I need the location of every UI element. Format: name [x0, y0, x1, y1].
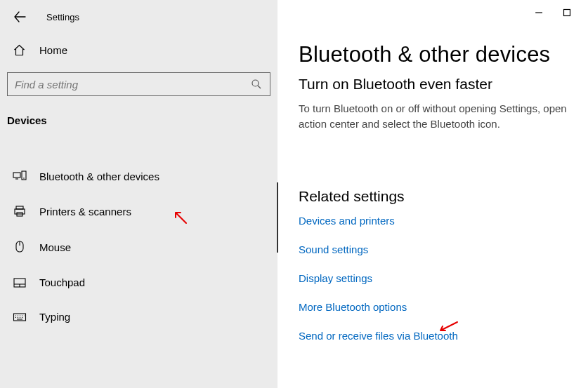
nav-item-typing[interactable]: Typing	[0, 300, 277, 334]
related-heading: Related settings	[299, 188, 588, 205]
mouse-icon	[13, 240, 27, 254]
home-label: Home	[39, 44, 67, 56]
nav-item-bluetooth[interactable]: Bluetooth & other devices	[0, 159, 277, 194]
app-title: Settings	[46, 12, 79, 22]
nav-item-label: Bluetooth & other devices	[39, 170, 159, 182]
link-devices-printers[interactable]: Devices and printers	[299, 215, 588, 227]
link-sound-settings[interactable]: Sound settings	[299, 243, 588, 255]
svg-rect-5	[15, 209, 25, 214]
search-icon[interactable]	[250, 79, 263, 90]
back-arrow-icon	[13, 11, 26, 23]
maximize-icon	[563, 8, 571, 17]
search-input[interactable]	[15, 73, 250, 95]
section-heading-devices: Devices	[0, 96, 277, 139]
window-controls	[535, 8, 588, 17]
nav-item-touchpad[interactable]: Touchpad	[0, 265, 277, 300]
minimize-icon	[535, 8, 543, 17]
nav-item-label: Touchpad	[39, 276, 85, 288]
devices-icon	[13, 170, 27, 182]
printer-icon	[13, 205, 27, 218]
related-links: Devices and printers Sound settings Disp…	[299, 215, 588, 342]
svg-rect-4	[16, 206, 23, 209]
maximize-button[interactable]	[563, 8, 571, 17]
svg-point-0	[252, 80, 259, 86]
nav-item-label: Mouse	[39, 241, 71, 253]
search-box[interactable]	[7, 72, 270, 96]
nav-item-printers[interactable]: Printers & scanners	[0, 194, 277, 229]
keyboard-icon	[13, 312, 27, 322]
subheading: Turn on Bluetooth even faster	[299, 76, 588, 93]
link-more-bluetooth[interactable]: More Bluetooth options	[299, 301, 588, 313]
header-row: Settings	[0, 0, 277, 34]
nav-list: Bluetooth & other devices Printers & sca…	[0, 159, 277, 334]
nav-home[interactable]: Home	[0, 34, 277, 67]
svg-point-3	[23, 178, 25, 179]
sidebar: Settings Home Devices Bluetooth & other …	[0, 0, 277, 388]
svg-rect-1	[13, 173, 20, 178]
touchpad-icon	[13, 277, 27, 288]
link-send-receive-bluetooth[interactable]: Send or receive files via Bluetooth	[299, 330, 588, 342]
nav-item-label: Typing	[39, 311, 70, 323]
back-button[interactable]	[13, 10, 27, 24]
svg-rect-10	[564, 10, 570, 16]
main-content: Bluetooth & other devices Turn on Blueto…	[277, 0, 588, 388]
page-title: Bluetooth & other devices	[299, 42, 588, 67]
link-display-settings[interactable]: Display settings	[299, 272, 588, 284]
help-text: To turn Bluetooth on or off without open…	[299, 101, 588, 132]
nav-item-label: Printers & scanners	[39, 206, 131, 218]
nav-item-mouse[interactable]: Mouse	[0, 229, 277, 265]
minimize-button[interactable]	[535, 8, 543, 17]
home-icon	[13, 44, 27, 57]
